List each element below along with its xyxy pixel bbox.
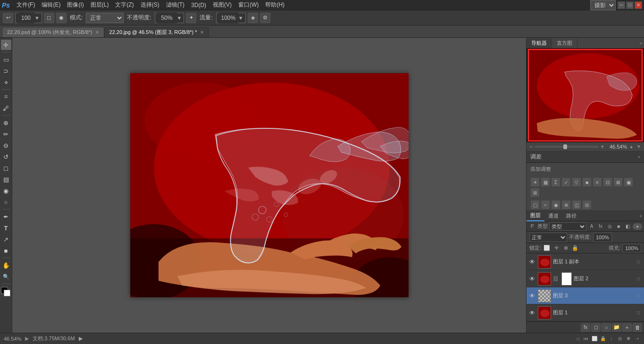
- layer-item-0[interactable]: 👁 图层 1 副本 □: [527, 253, 644, 270]
- eraser-tool[interactable]: ◻: [1, 163, 11, 173]
- minimize-button[interactable]: ─: [618, 1, 625, 9]
- workspace-select[interactable]: 摄影: [590, 0, 616, 10]
- layer-extra-3[interactable]: □: [635, 309, 642, 317]
- lasso-tool[interactable]: ⊃: [1, 66, 11, 76]
- marquee-tool[interactable]: ▭: [1, 54, 11, 65]
- brush-angle-btn[interactable]: ◻: [44, 13, 54, 23]
- adj-gradient-map[interactable]: ⊗: [561, 200, 571, 210]
- extra-btn[interactable]: ⚙: [260, 13, 270, 23]
- status-arrow[interactable]: ▶: [79, 336, 83, 342]
- layer-item-1[interactable]: 👁 ⛓ 图层 2 □: [527, 270, 644, 287]
- layers-tab[interactable]: 图层: [527, 210, 544, 221]
- navigator-tab[interactable]: 导航器: [527, 38, 552, 48]
- histogram-tab[interactable]: 直方图: [552, 38, 577, 48]
- layer-item-3[interactable]: 👁 图层 1 □: [527, 304, 644, 321]
- path-select-tool[interactable]: ↗: [1, 234, 11, 244]
- layer-extra-2[interactable]: □: [635, 292, 642, 300]
- pen-tool[interactable]: ✒: [1, 211, 11, 222]
- adj-curves[interactable]: ▦: [541, 177, 550, 187]
- status-icon-3[interactable]: ⬜: [591, 336, 598, 342]
- gradient-tool[interactable]: ▤: [1, 174, 11, 185]
- layer-item-2[interactable]: 👁 图层 3 □: [527, 287, 644, 304]
- zoom-expand-icon[interactable]: ▲: [629, 144, 634, 149]
- status-icon-4[interactable]: 🔒: [600, 336, 606, 342]
- brush-preview-btn[interactable]: ◉: [56, 13, 67, 23]
- layer-adj-btn[interactable]: ○: [602, 323, 611, 332]
- channels-tab[interactable]: 通道: [544, 211, 562, 221]
- layer-extra-0[interactable]: □: [635, 258, 642, 266]
- adj-selective-color[interactable]: ◫: [572, 200, 581, 210]
- paths-tab[interactable]: 路径: [562, 211, 580, 221]
- layer-kind-select[interactable]: 类型: [549, 222, 586, 231]
- adj-threshold[interactable]: ◉: [551, 200, 560, 210]
- layers-collapse-icon[interactable]: »: [639, 213, 642, 218]
- menu-edit[interactable]: 编辑(E): [39, 0, 63, 10]
- adj-color-lookup[interactable]: ⊞: [530, 188, 540, 197]
- adj-exposure[interactable]: ✓: [561, 177, 571, 187]
- shape-tool[interactable]: ■: [1, 245, 11, 256]
- tab-jpg[interactable]: 22.20.jpg @ 46.5% (图层 3, RGB/8*) * ✕: [104, 27, 209, 37]
- layer-opacity-input[interactable]: [593, 233, 612, 242]
- blur-tool[interactable]: ◉: [1, 185, 11, 196]
- layer-new-btn[interactable]: +: [622, 323, 632, 332]
- adj-vibrance[interactable]: ▽: [572, 177, 581, 187]
- opacity-box[interactable]: ▼: [155, 13, 184, 23]
- menu-filter[interactable]: 滤镜(T): [163, 0, 187, 10]
- tab-psd[interactable]: 22.20.psd @ 100% (外发光, RGB/8*) ✕: [2, 27, 104, 37]
- layer-visibility-1[interactable]: 👁: [528, 275, 536, 283]
- adjustments-collapse[interactable]: »: [637, 154, 640, 159]
- menu-file[interactable]: 文件(F): [14, 0, 38, 10]
- tool-options-btn[interactable]: ↩: [3, 13, 13, 23]
- adj-posterize[interactable]: ≈: [541, 200, 550, 210]
- menu-layer[interactable]: 图层(L): [88, 0, 112, 10]
- adj-levels[interactable]: Σ: [551, 177, 560, 187]
- magic-wand-tool[interactable]: ⋄: [1, 77, 11, 87]
- layer-fx-btn[interactable]: fx: [581, 323, 590, 332]
- layer-visibility-3[interactable]: 👁: [528, 309, 536, 317]
- layer-delete-btn[interactable]: 🗑: [633, 323, 642, 332]
- layer-extra-1[interactable]: □: [635, 275, 642, 283]
- clone-tool[interactable]: ⊖: [1, 140, 11, 151]
- brush-size-box[interactable]: ▼: [15, 13, 42, 23]
- status-icon-1[interactable]: ◁: [574, 336, 581, 342]
- status-icon-8[interactable]: ⇢: [634, 336, 640, 342]
- zoom-in-icon[interactable]: +: [601, 143, 604, 150]
- layer-visibility-0[interactable]: 👁: [528, 258, 536, 266]
- menu-help[interactable]: 帮助(H): [262, 0, 287, 10]
- layer-mask-btn[interactable]: ◻: [591, 323, 601, 332]
- history-tool[interactable]: ↺: [1, 151, 11, 162]
- airbrush-btn[interactable]: ✦: [186, 13, 196, 23]
- lock-all-icon[interactable]: 🔒: [571, 244, 579, 252]
- flow-box[interactable]: ▼: [216, 13, 246, 23]
- menu-select[interactable]: 选择(S): [138, 0, 162, 10]
- eyedropper-tool[interactable]: 🖉: [1, 103, 11, 113]
- filter-name-icon[interactable]: A: [588, 223, 595, 230]
- adj-invert[interactable]: ▢: [530, 200, 540, 210]
- hand-tool[interactable]: ✋: [1, 260, 11, 270]
- healing-tool[interactable]: ⊕: [1, 117, 11, 128]
- tab-psd-close[interactable]: ✕: [95, 30, 99, 35]
- status-icon-5[interactable]: ↕: [608, 336, 615, 342]
- adj-bw[interactable]: ⊡: [603, 177, 612, 187]
- blend-mode-select[interactable]: 正常: [86, 13, 124, 23]
- opacity-input[interactable]: [157, 13, 177, 23]
- filter-toggle-icon[interactable]: ●: [633, 223, 642, 230]
- maximize-button[interactable]: □: [626, 1, 634, 9]
- filter-effect-icon[interactable]: fx: [597, 223, 604, 230]
- status-icon-7[interactable]: ✱: [625, 336, 632, 342]
- lock-artboard-icon[interactable]: ⊕: [562, 244, 569, 252]
- zoom-slider[interactable]: [535, 146, 599, 148]
- move-tool[interactable]: ✛: [1, 40, 11, 50]
- zoom-collapse-icon[interactable]: ▼: [636, 144, 641, 149]
- fill-value-input[interactable]: [622, 244, 641, 252]
- status-icon-6[interactable]: ⊞: [617, 336, 623, 342]
- adj-channel-mixer[interactable]: ▣: [624, 177, 633, 187]
- adj-hsl[interactable]: ■: [582, 177, 592, 187]
- filter-attr-icon[interactable]: ■: [615, 223, 622, 230]
- menu-view[interactable]: 视图(V): [210, 0, 234, 10]
- color-swatch[interactable]: [1, 287, 11, 297]
- smoothing-btn[interactable]: ◈: [248, 13, 258, 23]
- adj-photo-filter[interactable]: ⊠: [613, 177, 623, 187]
- layer-visibility-2[interactable]: 👁: [528, 292, 536, 300]
- tab-jpg-close[interactable]: ✕: [200, 30, 204, 35]
